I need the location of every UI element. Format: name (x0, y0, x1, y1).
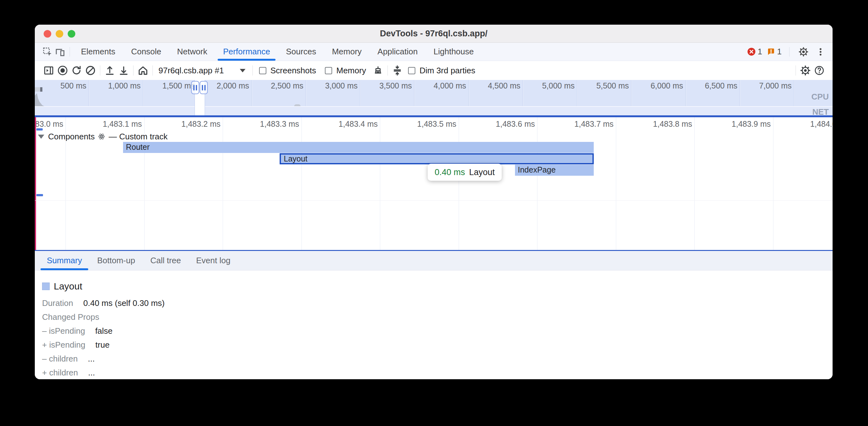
load-profile-icon[interactable] (103, 64, 117, 77)
flame-bar-indexpage[interactable]: IndexPage (515, 165, 594, 176)
overview-tick-label: 1,000 ms (108, 81, 141, 90)
memory-checkbox[interactable]: Memory (325, 66, 366, 75)
ruler-tick-label: 1,483.1 ms (103, 120, 142, 129)
summary-row-children: + children... (42, 366, 823, 379)
checkbox-box[interactable] (259, 67, 266, 74)
window-title: DevTools - 97r6ql.csb.app/ (35, 29, 833, 38)
settings-gear-icon[interactable] (797, 45, 810, 58)
event-color-swatch (42, 283, 50, 290)
screenshots-checkbox[interactable]: Screenshots (259, 66, 316, 75)
summary-row-ispending: + isPendingtrue (42, 338, 823, 352)
flamechart-grid-line (380, 117, 380, 250)
tab-performance[interactable]: Performance (215, 43, 278, 61)
overview-tick-label: 5,500 ms (596, 81, 629, 90)
summary-row-value: 0.40 ms (self 0.30 ms) (83, 298, 164, 308)
ruler-tick-label: 1,483.8 ms (653, 120, 692, 129)
tab-console[interactable]: Console (123, 43, 169, 61)
checkbox-box[interactable] (408, 67, 415, 74)
checkbox-box[interactable] (325, 67, 332, 74)
tabbar-right: 1 1 (747, 45, 827, 58)
performance-toolbar: 97r6ql.csb.app #1 Screenshots Memory Dim… (35, 61, 833, 80)
timeline-overview[interactable]: 500 ms1,000 ms1,500 ms2,000 ms2,500 ms3,… (35, 80, 833, 116)
divider (388, 65, 388, 75)
tab-sources[interactable]: Sources (278, 43, 324, 61)
inspect-element-icon[interactable] (41, 45, 54, 58)
components-track-header[interactable]: Components — Custom track (38, 132, 168, 141)
overview-tick-label: 6,000 ms (651, 81, 683, 90)
divider (796, 65, 796, 75)
flamechart-area[interactable]: 1,483.0 ms1,483.1 ms1,483.2 ms1,483.3 ms… (35, 117, 833, 250)
titlebar: DevTools - 97r6ql.csb.app/ (35, 25, 833, 43)
overview-selection-handle-left[interactable] (191, 81, 199, 94)
event-tooltip: 0.40 ms Layout (428, 164, 502, 181)
flamechart-grid-line (223, 117, 223, 250)
network-request-bar[interactable] (36, 128, 43, 131)
flamechart-grid-line (537, 117, 537, 250)
save-profile-icon[interactable] (117, 64, 131, 77)
flame-bar-layout[interactable]: Layout (280, 153, 594, 164)
help-icon[interactable] (812, 64, 826, 77)
summary-title-row: Layout (42, 281, 82, 292)
home-icon[interactable] (136, 64, 150, 77)
ruler-tick-label: 1,483.6 ms (496, 120, 535, 129)
devtools-window: DevTools - 97r6ql.csb.app/ ElementsConso… (35, 25, 833, 379)
toggle-sidebar-icon[interactable] (42, 64, 56, 77)
collapse-triangle-icon[interactable] (38, 135, 44, 139)
summary-row-value: ... (88, 354, 95, 364)
chevron-down-icon (240, 69, 245, 72)
tab-event-log[interactable]: Event log (189, 251, 238, 270)
device-toolbar-icon[interactable] (54, 45, 66, 58)
overview-tick-label: 2,500 ms (271, 81, 303, 90)
tab-lighthouse[interactable]: Lighthouse (426, 43, 482, 61)
collect-garbage-icon[interactable] (371, 64, 385, 77)
tab-memory[interactable]: Memory (324, 43, 369, 61)
minimize-window-button[interactable] (56, 30, 63, 38)
tab-call-tree[interactable]: Call tree (143, 251, 189, 270)
flame-bar-router[interactable]: Router (123, 142, 594, 153)
panel-tabs: ElementsConsoleNetworkPerformanceSources… (73, 43, 482, 61)
tab-bottom-up[interactable]: Bottom-up (90, 251, 143, 270)
tooltip-name: Layout (469, 167, 495, 177)
record-icon[interactable] (56, 64, 70, 77)
memory-label: Memory (336, 66, 366, 75)
target-selector-dropdown[interactable]: 97r6ql.csb.app #1 (158, 66, 245, 75)
shortcuts-collapse-icon[interactable] (390, 64, 404, 77)
capture-settings-gear-icon[interactable] (798, 64, 812, 77)
issue-icon (767, 47, 775, 56)
summary-row-label: + isPending (42, 340, 85, 350)
overview-tick-label: 7,000 ms (759, 81, 792, 90)
dim-3rd-parties-checkbox[interactable]: Dim 3rd parties (408, 66, 475, 75)
ruler-tick-label: 1,483.2 ms (181, 120, 220, 129)
summary-row-label: + children (42, 368, 78, 378)
close-window-button[interactable] (44, 30, 51, 38)
reload-and-record-icon[interactable] (70, 64, 84, 77)
tab-network[interactable]: Network (169, 43, 215, 61)
error-count: 1 (757, 47, 762, 57)
ruler-tick-label: 1,483.4 ms (338, 120, 378, 129)
trace-bound-marker (35, 117, 36, 250)
overview-tick-label: 4,000 ms (434, 81, 466, 90)
tab-application[interactable]: Application (369, 43, 426, 61)
summary-panel: Layout Duration0.40 ms (self 0.30 ms)Cha… (35, 271, 833, 379)
more-options-icon[interactable] (814, 45, 827, 58)
tab-summary[interactable]: Summary (39, 251, 90, 270)
net-label: NET (812, 107, 829, 116)
overview-tick-label: 2,000 ms (217, 81, 249, 90)
summary-row-label: Duration (42, 298, 73, 308)
timing-bar[interactable] (36, 194, 43, 196)
issues-badge[interactable]: 1 (767, 47, 782, 57)
clear-recording-icon[interactable] (84, 64, 97, 77)
overview-tick-label: 5,000 ms (542, 81, 575, 90)
summary-row-label: Changed Props (42, 312, 99, 322)
overview-selection-handle-right[interactable] (199, 81, 208, 94)
divider (100, 65, 100, 75)
network-overview-strip (35, 106, 833, 116)
divider (252, 65, 253, 75)
overview-tick-label: 4,500 ms (488, 81, 520, 90)
issue-count: 1 (777, 47, 782, 57)
track-title: Components (48, 132, 95, 141)
error-badge[interactable]: 1 (747, 47, 762, 57)
tab-elements[interactable]: Elements (73, 43, 123, 61)
zoom-window-button[interactable] (68, 30, 75, 38)
overview-tick-label: 3,500 ms (379, 81, 412, 90)
